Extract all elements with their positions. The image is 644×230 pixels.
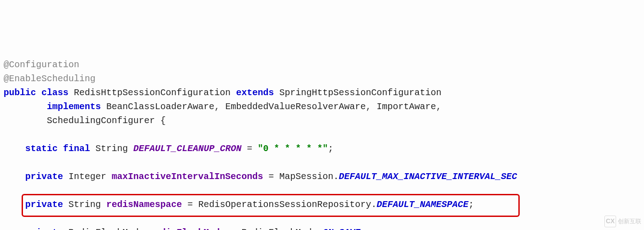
type: RedisFlushMode [68, 227, 144, 230]
semicolon: ; [360, 227, 366, 230]
constant-ref: DEFAULT_NAMESPACE [376, 199, 468, 210]
string-literal: "0 * * * * *" [258, 143, 328, 154]
code-block: @Configuration@EnableSchedulingpublic cl… [4, 58, 640, 230]
line-cronconst: static final String DEFAULT_CLEANUP_CRON… [4, 142, 640, 156]
field: redisNamespace [106, 199, 182, 210]
type: String [95, 143, 128, 154]
type: Integer [68, 171, 106, 182]
line-blank [4, 212, 640, 225]
interface: ImportAware [376, 101, 436, 112]
line-implements1: implements BeanClassLoaderAware, Embedde… [4, 100, 640, 114]
line-blank [4, 184, 640, 198]
brace: { [160, 115, 166, 126]
line-ann1: @Configuration [4, 58, 640, 72]
line-blank [4, 128, 640, 142]
semicolon: ; [328, 143, 333, 154]
keyword: extends [236, 87, 274, 98]
annotation: @EnableScheduling [4, 74, 95, 84]
line-maxinactive: private Integer maxInactiveIntervalInSec… [4, 170, 640, 184]
type: String [68, 199, 101, 210]
line-redisnamespace: private String redisNamespace = RedisOpe… [4, 198, 640, 212]
interface: EmbeddedValueResolverAware [225, 101, 366, 112]
line-implements2: SchedulingConfigurer { [4, 114, 640, 128]
semicolon: ; [468, 199, 474, 210]
watermark-logo: CX [604, 216, 616, 227]
line-blank [4, 156, 640, 170]
equals: = [268, 171, 274, 182]
dot: . [371, 199, 376, 210]
equals: = [247, 143, 252, 154]
field: maxInactiveIntervalInSeconds [112, 171, 263, 182]
keyword: final [63, 143, 90, 154]
constant-ref: DEFAULT_MAX_INACTIVE_INTERVAL_SEC [339, 171, 517, 182]
annotation: @Configuration [4, 60, 79, 70]
class-name: RedisHttpSessionConfiguration [74, 87, 231, 98]
watermark: CX 创新互联 [604, 216, 641, 227]
interface: SchedulingConfigurer [47, 115, 155, 126]
constant-def: DEFAULT_CLEANUP_CRON [133, 143, 241, 154]
constant-ref: ON_SAVE [322, 227, 360, 230]
line-ann2: @EnableScheduling [4, 72, 640, 86]
line-flushmode: private RedisFlushMode redisFlushMode = … [4, 225, 640, 230]
class-ref: MapSession [279, 171, 333, 182]
class-ref: RedisFlushMode [241, 227, 317, 230]
dot: . [317, 227, 322, 230]
superclass: SpringHttpSessionConfiguration [279, 87, 441, 98]
keyword: private [25, 171, 63, 182]
field: redisFlushMode [150, 227, 225, 230]
watermark-text: 创新互联 [618, 217, 641, 226]
keyword: public [4, 87, 36, 98]
keyword: implements [47, 101, 101, 112]
interface: BeanClassLoaderAware [106, 101, 214, 112]
class-ref: RedisOperationsSessionRepository [198, 199, 371, 210]
keyword: static [25, 143, 58, 154]
dot: . [333, 171, 339, 182]
equals: = [187, 199, 193, 210]
keyword: private [25, 227, 63, 230]
line-classdecl: public class RedisHttpSessionConfigurati… [4, 86, 640, 100]
keyword: class [41, 87, 68, 98]
equals: = [231, 227, 236, 230]
keyword: private [25, 199, 63, 210]
